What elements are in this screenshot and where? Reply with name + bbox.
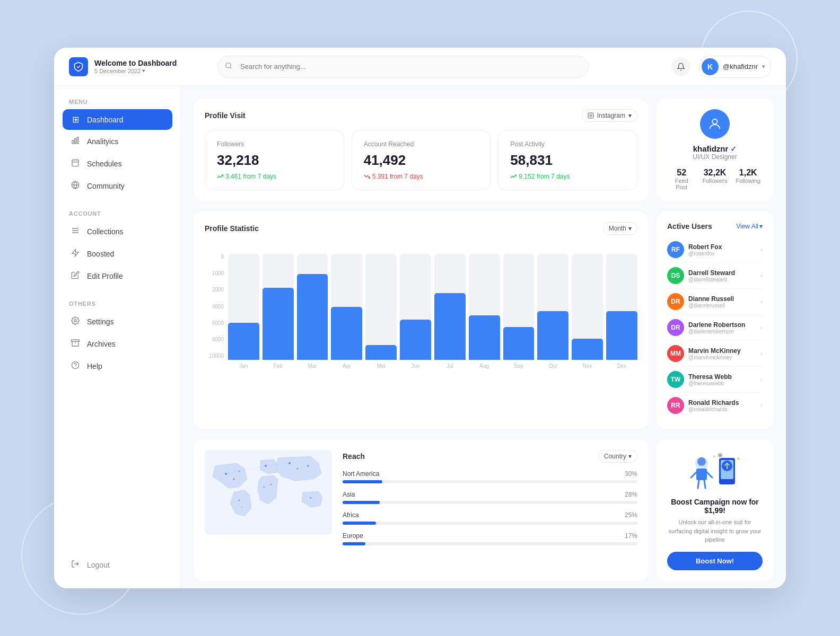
list-item[interactable]: RR Ronald Richards @ronaldrichards › xyxy=(667,393,763,418)
analytics-icon xyxy=(70,136,81,147)
list-item[interactable]: TW Theresa Webb @theresawebb › xyxy=(667,367,763,393)
card-header: Profile Visit Instagram ▾ xyxy=(205,109,637,122)
sidebar-item-boosted[interactable]: Boosted xyxy=(63,243,172,264)
svg-rect-3 xyxy=(75,139,76,144)
stat-card-followers: Followers 32,218 3.461 from 7 days xyxy=(205,130,344,190)
svg-point-32 xyxy=(241,507,242,508)
view-all-button[interactable]: View All ▾ xyxy=(736,223,763,230)
others-section-label: Others xyxy=(63,301,172,307)
topbar: Welcome to Dashboard 5 December 2022 ▾ xyxy=(54,48,786,86)
profile-name: khafidznr ✓ xyxy=(693,144,737,153)
svg-line-40 xyxy=(691,472,696,478)
stat-card-account-reached: Account Reached 41,492 5.391 from 7 days xyxy=(352,130,491,190)
bar-col-sep xyxy=(503,254,535,360)
bar-col-oct xyxy=(537,254,568,360)
chart-card: Profile Statistic Month ▾ 10000 8000 xyxy=(194,211,648,429)
bar-col-feb xyxy=(262,254,294,360)
logout-icon xyxy=(70,560,81,570)
profile-stat-feed: 52 Feed Post xyxy=(669,168,694,190)
profile-stat-following: 1,2K Following xyxy=(736,168,760,190)
sidebar-item-collections[interactable]: Collections xyxy=(63,221,172,242)
boost-illustration: ✦ ✦ xyxy=(683,450,747,492)
map-visual xyxy=(205,450,332,570)
svg-line-1 xyxy=(230,67,232,68)
list-item: Europe 17% xyxy=(343,532,637,545)
list-item[interactable]: DR Dianne Russell @diannerussell › xyxy=(667,289,763,315)
bar-col-nov xyxy=(572,254,603,360)
sidebar-label-schedules: Schedules xyxy=(87,160,121,168)
chevron-right-icon: › xyxy=(760,298,763,305)
sidebar-label-analytics: Analityics xyxy=(87,137,118,146)
svg-rect-2 xyxy=(72,140,74,144)
x-axis: JanFebMarAprMeiJunJulAugSepOctNovDec xyxy=(205,363,637,369)
settings-icon xyxy=(70,316,81,327)
profile-avatar xyxy=(700,109,730,139)
svg-line-41 xyxy=(707,472,712,478)
collections-icon xyxy=(70,226,81,237)
logout-label: Logout xyxy=(87,561,110,569)
stat-change-activity: 9.152 from 7 days xyxy=(510,173,625,180)
sidebar-item-edit-profile[interactable]: Edit Profile xyxy=(63,266,172,287)
sidebar-item-analytics[interactable]: Analityics xyxy=(63,131,172,152)
chevron-right-icon: › xyxy=(760,246,763,253)
boost-now-button[interactable]: Boost Now! xyxy=(667,552,763,570)
sidebar-item-schedules[interactable]: Schedules xyxy=(63,153,172,174)
sidebar-item-settings[interactable]: Settings xyxy=(63,311,172,332)
list-item[interactable]: RF Robert Fox @robertfox › xyxy=(667,237,763,263)
sidebar-item-help[interactable]: Help xyxy=(63,356,172,377)
svg-rect-13 xyxy=(72,340,80,341)
svg-point-26 xyxy=(270,484,272,485)
list-item[interactable]: DR Darlene Robertson @darlenerobertson › xyxy=(667,315,763,341)
period-select[interactable]: Month ▾ xyxy=(603,222,637,235)
notification-button[interactable] xyxy=(671,57,690,76)
svg-rect-5 xyxy=(72,160,78,166)
svg-rect-39 xyxy=(696,469,707,480)
avatar: RR xyxy=(667,397,684,414)
bar-col-dec xyxy=(606,254,637,360)
active-users-header: Active Users View All ▾ xyxy=(667,222,763,231)
chevron-right-icon: › xyxy=(760,376,763,383)
bar-col-jan xyxy=(228,254,259,360)
profile-stat-followers: 32,2K Followers xyxy=(702,168,727,190)
list-item[interactable]: MM Marvin McKinney @marvinmckinney › xyxy=(667,341,763,367)
schedules-icon xyxy=(70,158,81,169)
sidebar-label-help: Help xyxy=(87,362,102,370)
community-icon xyxy=(70,181,81,191)
svg-point-30 xyxy=(307,465,309,467)
user-profile-badge[interactable]: K @khafidznr ▾ xyxy=(699,56,771,78)
stat-card-post-activity: Post Activity 58,831 9.152 from 7 days xyxy=(498,130,637,190)
sidebar-item-community[interactable]: Community xyxy=(63,175,172,197)
active-users-list: RF Robert Fox @robertfox › DS Darrell St… xyxy=(667,237,763,418)
list-item[interactable]: DS Darrell Steward @darrellsteward › xyxy=(667,263,763,289)
archives-icon xyxy=(70,339,81,349)
svg-line-42 xyxy=(698,480,699,488)
search-input[interactable] xyxy=(217,56,589,78)
y-axis: 10000 8000 6000 4000 2000 1000 0 xyxy=(205,254,224,360)
boost-desc: Unlock our all-in-one suit for surfacing… xyxy=(667,518,763,544)
reach-list: Nort America 30% Asia 28% Africa 25% xyxy=(343,470,637,545)
sidebar-item-archives[interactable]: Archives xyxy=(63,333,172,355)
search-bar[interactable] xyxy=(217,56,589,78)
brand-date: 5 December 2022 ▾ xyxy=(94,67,177,74)
avatar: RF xyxy=(667,241,684,258)
sidebar-item-dashboard[interactable]: ⊞ Dashboard xyxy=(63,109,172,130)
stat-change-followers: 3.461 from 7 days xyxy=(217,173,332,180)
instagram-select[interactable]: Instagram ▾ xyxy=(582,109,637,122)
avatar: DR xyxy=(667,293,684,310)
avatar: DS xyxy=(667,267,684,284)
sidebar-label-boosted: Boosted xyxy=(87,250,114,258)
sidebar-label-community: Community xyxy=(87,182,125,190)
svg-point-29 xyxy=(297,468,299,470)
logout-button[interactable]: Logout xyxy=(63,554,172,576)
sidebar-label-archives: Archives xyxy=(87,340,116,348)
list-item: Nort America 30% xyxy=(343,470,637,483)
chevron-right-icon: › xyxy=(760,272,763,279)
main-content: Profile Visit Instagram ▾ Followers xyxy=(181,86,786,588)
country-select[interactable]: Country ▾ xyxy=(598,450,637,463)
svg-point-23 xyxy=(233,479,235,480)
bar-col-mar xyxy=(297,254,328,360)
avatar: DR xyxy=(667,319,684,336)
map-card: Reach Country ▾ Nort America 30% Asia xyxy=(194,439,648,581)
sidebar-label-edit-profile: Edit Profile xyxy=(87,272,123,280)
user-name-label: @khafidznr xyxy=(723,63,758,70)
